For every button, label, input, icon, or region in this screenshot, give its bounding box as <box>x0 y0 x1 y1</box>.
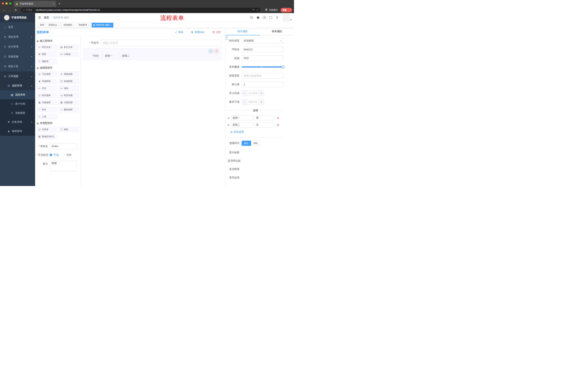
tag-process-definition[interactable]: 流程定义 × <box>47 23 61 28</box>
tab-form-props[interactable]: 表单属性 <box>260 28 294 35</box>
github-icon[interactable] <box>256 16 260 20</box>
field-name-input[interactable] <box>242 47 283 53</box>
min-select-input[interactable] <box>247 90 259 96</box>
option-value-input[interactable] <box>254 115 274 120</box>
status-radio-off[interactable]: 关闭 <box>63 152 72 158</box>
security-chip[interactable]: ⚠ 不安全 <box>23 9 34 12</box>
canvas-field-gender-selected[interactable]: 性别 选项一 选项二 <box>83 48 221 60</box>
slider-track[interactable] <box>242 66 283 67</box>
update-button[interactable]: 更新 ⋮ <box>281 8 292 12</box>
sidebar-item-process-management[interactable]: ☰ 流程管理 ▴ <box>0 81 35 90</box>
title-input[interactable] <box>242 55 283 61</box>
fullscreen-icon[interactable] <box>269 16 273 20</box>
sidebar-item-system[interactable]: ⚙ 系统管理 ▾ <box>0 32 35 42</box>
sidebar-item-process-form[interactable]: ▤ 流程表单 <box>0 90 35 99</box>
remove-option-icon[interactable]: ⊖ <box>277 123 279 127</box>
component-button-button[interactable]: ☐按钮 <box>59 127 79 132</box>
forward-icon[interactable]: → <box>8 8 12 12</box>
breadcrumb-home[interactable]: 首页 <box>44 16 49 19</box>
component-button-row-container[interactable]: ◫行容器 <box>37 127 57 132</box>
component-button-color-picker[interactable]: ◑颜色选择 <box>59 107 79 112</box>
sidebar-item-process-model[interactable]: ✈ 流程模型 <box>0 108 35 117</box>
slider-handle[interactable] <box>282 65 284 68</box>
component-button-editor[interactable]: ✎编辑器 <box>37 59 57 64</box>
sidebar-item-user-group[interactable]: ⚇ 用户分组 <box>0 99 35 108</box>
component-button-radio-group[interactable]: ◉单选框组 <box>37 78 57 84</box>
delete-field-button[interactable] <box>214 49 219 53</box>
copy-field-button[interactable] <box>209 49 213 53</box>
component-button-table[interactable]: ▦表格[开发中] <box>37 134 57 139</box>
style-default-button[interactable]: 默认 <box>242 141 251 146</box>
zoom-window-button[interactable] <box>9 2 11 5</box>
tag-process-form[interactable]: 流程表单 × <box>77 23 91 28</box>
max-select-stepper[interactable]: − + <box>242 99 264 105</box>
sidebar-item-payment[interactable]: ¥ 支付管理 ▾ <box>0 42 35 52</box>
tag-home[interactable]: 首页 <box>38 23 46 28</box>
component-button-counter[interactable]: 123计数器 <box>59 52 79 57</box>
component-button-select[interactable]: ◎下拉选择 <box>37 71 57 77</box>
gender-option-1[interactable]: 选项一 <box>101 54 112 57</box>
sidebar-item-task-management[interactable]: ⚑ 任务管理 ▾ <box>0 117 35 127</box>
option-value-input[interactable] <box>254 122 274 128</box>
close-icon[interactable]: × <box>73 24 74 26</box>
form-canvas[interactable]: 手机号 <box>81 36 225 186</box>
user-menu[interactable]: ▾ <box>283 14 292 21</box>
avatar[interactable] <box>283 14 290 21</box>
label-width-input[interactable] <box>242 73 283 79</box>
component-button-date-picker[interactable]: ▦日期选择 <box>37 100 57 105</box>
phone-input[interactable] <box>101 40 221 46</box>
add-option-button[interactable]: ⊕ 添加选项 <box>230 130 244 134</box>
minimize-window-button[interactable] <box>5 2 8 5</box>
component-button-rate[interactable]: ☆评分 <box>37 107 57 112</box>
component-button-date-range[interactable]: ▩日期范围 <box>59 100 79 105</box>
link-icon[interactable] <box>226 36 227 40</box>
reload-icon[interactable]: ↻ <box>13 8 18 12</box>
view-json-button[interactable]: 查看json <box>191 31 204 34</box>
gender-option-2[interactable]: 选项二 <box>118 54 129 57</box>
close-icon[interactable]: × <box>110 24 112 26</box>
tag-process-form-edit[interactable]: 流程表单-编辑 × <box>92 23 113 28</box>
search-icon[interactable] <box>250 16 253 20</box>
minus-icon[interactable]: − <box>242 90 247 96</box>
bookmark-star-icon[interactable]: ☆ <box>256 9 258 11</box>
browser-tab[interactable]: 芋道管理系统 × <box>14 1 56 7</box>
sidebar-item-leave-query[interactable]: ♟ 请假查询 <box>0 127 35 136</box>
new-tab-button[interactable]: + <box>58 2 61 6</box>
tab-component-props[interactable]: 组件属性 <box>226 28 260 35</box>
status-radio-on[interactable]: 开启 <box>50 152 59 158</box>
save-button[interactable]: ✓ 保存 <box>175 31 183 34</box>
component-button-time-picker[interactable]: ◷时间选择 <box>37 93 57 98</box>
min-select-stepper[interactable]: − + <box>242 90 264 96</box>
tab-close-icon[interactable]: × <box>53 2 54 5</box>
component-button-cascader[interactable]: ⋔级联选择 <box>59 71 79 77</box>
remark-textarea[interactable]: 嘿嘿 <box>50 161 77 171</box>
tag-process-model[interactable]: 流程模型 × <box>62 23 76 28</box>
minus-icon[interactable]: − <box>242 99 247 105</box>
logo[interactable]: 芋道管理系统 <box>0 13 35 22</box>
close-window-button[interactable] <box>2 2 4 5</box>
form-grid-slider[interactable] <box>242 64 283 70</box>
clear-button[interactable]: 清空 <box>212 31 221 34</box>
close-icon[interactable]: × <box>88 24 89 26</box>
max-select-input[interactable] <box>247 99 259 105</box>
default-value-input[interactable] <box>242 82 283 87</box>
font-size-icon[interactable]: T <box>275 16 279 20</box>
component-button-single-text[interactable]: ▭单行文本 <box>37 44 57 50</box>
canvas-field-phone[interactable]: 手机号 <box>83 40 221 46</box>
form-name-input[interactable] <box>50 143 77 149</box>
component-button-time-range[interactable]: ◶时间范围 <box>59 93 79 98</box>
browser-menu-icon[interactable]: ⋮ <box>288 9 290 11</box>
component-button-upload[interactable]: ⇧上传 <box>37 114 57 119</box>
help-icon[interactable]: ? <box>262 16 266 20</box>
component-button-switch[interactable]: ⊶开关 <box>37 85 57 91</box>
key-icon[interactable] <box>252 9 255 11</box>
remove-option-icon[interactable]: ⊖ <box>277 117 279 120</box>
sidebar-collapse-icon[interactable]: ☰ <box>38 16 41 20</box>
plus-icon[interactable]: + <box>259 99 264 105</box>
component-button-slider[interactable]: ⊷滑块 <box>59 85 79 91</box>
sidebar-item-workflow[interactable]: ⊟ 工作流程 ▴ <box>0 71 35 81</box>
close-icon[interactable]: × <box>58 24 59 26</box>
component-type-select[interactable]: 多选框组 ▾ <box>242 38 283 44</box>
address-bar[interactable]: ⚠ 不安全 dashboard.yudao.iocoder.cn/bpm/man… <box>21 8 261 12</box>
sidebar-item-devtools[interactable]: ⚒ 研发工具 ▾ <box>0 62 35 71</box>
